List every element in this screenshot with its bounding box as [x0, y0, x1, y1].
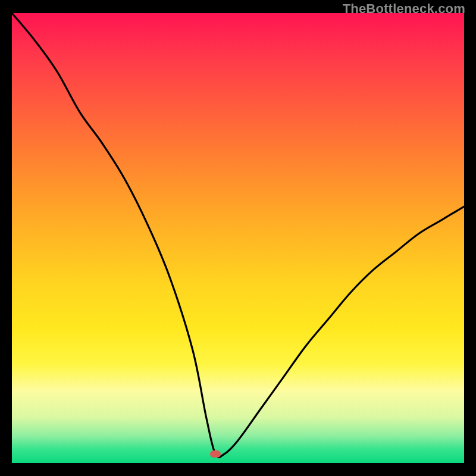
chart-frame: TheBottleneck.com [0, 0, 476, 476]
bottleneck-curve [12, 13, 464, 463]
minimum-marker-icon [210, 450, 221, 458]
chart-plot-area [12, 13, 464, 463]
